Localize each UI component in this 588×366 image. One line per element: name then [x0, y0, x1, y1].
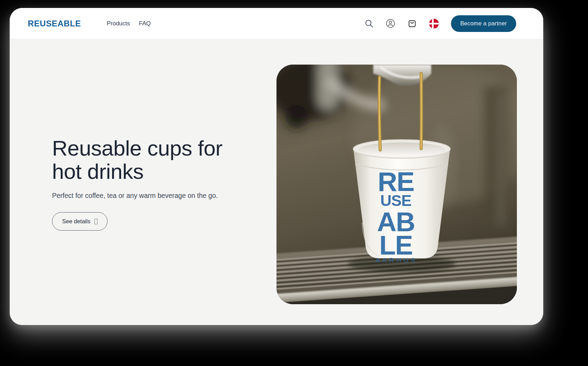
- steam: [429, 124, 457, 214]
- cup-print: RE USE AB LE AARHUS: [375, 166, 417, 264]
- header: REUSEABLE Products FAQ: [10, 8, 543, 39]
- shopping-bag-icon[interactable]: [407, 19, 417, 28]
- hero-heading-line2: hot drinks: [52, 159, 144, 183]
- page-card: REUSEABLE Products FAQ: [10, 8, 543, 325]
- missing-glyph-box-icon: [94, 219, 97, 224]
- see-details-button[interactable]: See details: [52, 212, 108, 231]
- hero-copy: Reusable cups forhot drinks Perfect for …: [52, 136, 260, 231]
- denmark-flag-icon[interactable]: [429, 18, 439, 29]
- nav-link-products[interactable]: Products: [106, 20, 130, 27]
- logo[interactable]: REUSEABLE: [28, 19, 81, 28]
- nav-link-faq[interactable]: FAQ: [139, 20, 151, 27]
- cup-print-city: AARHUS: [375, 257, 417, 264]
- become-partner-button[interactable]: Become a partner: [451, 15, 516, 32]
- search-icon[interactable]: [364, 19, 374, 28]
- hero-subheading: Perfect for coffee, tea or any warm beve…: [52, 192, 260, 200]
- hero-heading: Reusable cups forhot drinks: [52, 136, 260, 183]
- hero-image: RE USE AB LE AARHUS: [276, 65, 517, 304]
- hero-section: Reusable cups forhot drinks Perfect for …: [10, 39, 543, 325]
- hero-heading-line1: Reusable cups for: [52, 136, 222, 160]
- main-nav: Products FAQ: [106, 20, 151, 27]
- header-actions: Become a partner: [364, 15, 516, 32]
- account-icon[interactable]: [386, 19, 395, 28]
- svg-text:LE: LE: [379, 230, 412, 260]
- see-details-label: See details: [62, 218, 91, 225]
